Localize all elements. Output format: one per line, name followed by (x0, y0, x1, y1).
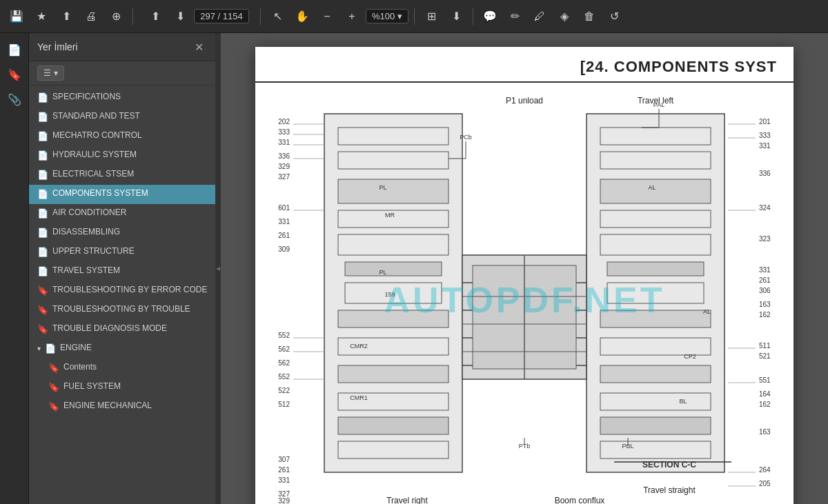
page-current: 297 (200, 11, 215, 21)
pdf-viewer[interactable]: [24. COMPONENTS SYST AUTOPDF.NET P1 unlo… (221, 33, 828, 504)
cursor-tool-button[interactable]: ↖ (266, 6, 288, 28)
svg-text:PCb: PCb (460, 134, 472, 141)
undo-button[interactable]: ↺ (603, 6, 625, 28)
sidebar-menu-button[interactable]: ☰ ▾ (37, 65, 64, 81)
svg-text:331: 331 (278, 476, 290, 484)
comment-button[interactable]: 💬 (479, 6, 501, 28)
svg-text:329: 329 (278, 497, 290, 504)
svg-text:261: 261 (759, 276, 771, 284)
page-icon: 📄 (45, 343, 56, 354)
zoom-in-button[interactable]: + (341, 6, 363, 28)
svg-text:333: 333 (278, 128, 290, 136)
sidebar-item-label: SPECIFICATIONS (52, 92, 121, 103)
upload-button[interactable]: ⬆ (55, 6, 77, 28)
pdf-page-header: [24. COMPONENTS SYST (255, 47, 793, 83)
sidebar-item-troubleshooting-error[interactable]: 🔖 TROUBLESHOOTING BY ERROR CODE (29, 281, 215, 301)
sidebar-item-troubleshooting-trouble[interactable]: 🔖 TROUBLESHOOTING BY TROUBLE (29, 301, 215, 320)
stamp-button[interactable]: ◈ (553, 6, 575, 28)
svg-text:CMR1: CMR1 (350, 394, 368, 401)
svg-text:511: 511 (759, 342, 771, 350)
highlight-button[interactable]: 🖊 (529, 6, 551, 28)
fit-page-button[interactable]: ⊞ (420, 6, 442, 28)
svg-text:AL: AL (703, 308, 711, 315)
zoom-indicator[interactable]: %100 ▾ (366, 9, 408, 23)
sidebar-header: Yer İmleri ✕ (29, 33, 215, 61)
svg-text:BL: BL (679, 398, 687, 405)
svg-text:Travel right: Travel right (386, 496, 428, 504)
separator-2 (260, 8, 261, 25)
svg-text:163: 163 (759, 301, 771, 308)
svg-text:261: 261 (278, 466, 290, 474)
bookmark-icon: 🔖 (48, 382, 59, 393)
svg-text:331: 331 (759, 266, 771, 274)
svg-text:SECTION C-C: SECTION C-C (642, 460, 696, 470)
svg-rect-45 (338, 310, 448, 327)
pen-button[interactable]: ✏ (504, 6, 526, 28)
svg-rect-72 (600, 417, 711, 434)
svg-text:Travel straight: Travel straight (643, 485, 696, 495)
sidebar-item-standard-test[interactable]: 📄 STANDARD AND TEST (29, 108, 215, 127)
bookmarks-list: 📄 SPECIFICATIONS 📄 STANDARD AND TEST 📄 M… (29, 85, 215, 504)
page-icon: 📄 (37, 189, 48, 200)
sidebar-menu-icon: ☰ (43, 68, 51, 78)
zoom-fit-button[interactable]: ⊕ (105, 6, 127, 28)
sidebar-toolbar: ☰ ▾ (29, 61, 215, 85)
sidebar-item-label: TROUBLESHOOTING BY TROUBLE (52, 304, 190, 315)
svg-text:163: 163 (759, 428, 771, 436)
svg-text:552: 552 (278, 332, 290, 339)
page-separator: / (218, 11, 223, 21)
page-icon: 📄 (37, 266, 48, 277)
sidebar-item-hydraulic[interactable]: 📄 HYDRAULIC SYSTEM (29, 146, 215, 165)
print-button[interactable]: 🖨 (80, 6, 102, 28)
sidebar-item-trouble-diagnosis[interactable]: 🔖 TROUBLE DIAGNOSIS MODE (29, 320, 215, 339)
zoom-out-button[interactable]: − (316, 6, 338, 28)
sidebar-item-travel-system[interactable]: 📄 TRAVEL SYSTEM (29, 262, 215, 281)
page-thumbnails-button[interactable]: 📄 (3, 39, 26, 61)
bookmarks-panel-button[interactable]: 🔖 (3, 63, 26, 85)
nav-up-button[interactable]: ⬆ (144, 6, 166, 28)
sidebar-item-air-conditioner[interactable]: 📄 AIR CONDITIONER (29, 204, 215, 223)
svg-text:PAL: PAL (653, 101, 664, 108)
nav-controls: ⬆ ⬇ 297 / 1154 (144, 6, 249, 28)
sidebar-item-label: FUEL SYSTEM (63, 381, 121, 392)
svg-text:PL: PL (379, 269, 386, 276)
sidebar-close-button[interactable]: ✕ (190, 39, 207, 55)
sidebar-item-mechatro[interactable]: 📄 MECHATRO CONTROL (29, 127, 215, 146)
left-icon-panel: 📄 🔖 📎 (0, 33, 29, 504)
sidebar-resize-handle[interactable] (215, 33, 221, 504)
page-icon: 📄 (37, 150, 48, 161)
zoom-value: %100 (372, 11, 395, 21)
sidebar-item-electrical[interactable]: 📄 ELECTRICAL STSEM (29, 165, 215, 185)
sidebar-item-label: Contents (63, 362, 97, 373)
bookmark-button[interactable]: ★ (30, 6, 52, 28)
sidebar-item-contents[interactable]: 🔖 Contents (29, 359, 215, 378)
svg-text:PL: PL (379, 184, 386, 191)
sidebar-item-components[interactable]: 📄 COMPONENTS SYSTEM (29, 185, 215, 204)
sidebar-item-upper-structure[interactable]: 📄 UPPER STRUCTURE (29, 243, 215, 262)
svg-text:307: 307 (278, 456, 290, 463)
collapse-icon: ▾ (37, 345, 41, 352)
sidebar-item-label: HYDRAULIC SYSTEM (52, 150, 137, 161)
page-icon: 📄 (37, 247, 48, 258)
svg-rect-63 (600, 179, 711, 203)
svg-text:162: 162 (759, 311, 771, 319)
svg-text:AL: AL (648, 184, 656, 191)
svg-text:512: 512 (278, 401, 290, 408)
save-button[interactable]: 💾 (6, 6, 28, 28)
pdf-page: [24. COMPONENTS SYST AUTOPDF.NET P1 unlo… (255, 47, 793, 504)
sidebar-item-engine[interactable]: ▾ 📄 ENGINE (29, 339, 215, 359)
sidebar-item-specifications[interactable]: 📄 SPECIFICATIONS (29, 88, 215, 108)
page-icon: 📄 (37, 92, 48, 103)
download-button[interactable]: ⬇ (445, 6, 467, 28)
sidebar-item-fuel-system[interactable]: 🔖 FUEL SYSTEM (29, 378, 215, 397)
technical-diagram: P1 unload Travel left 202 333 331 336 32… (269, 90, 780, 504)
attachments-panel-button[interactable]: 📎 (3, 88, 26, 110)
sidebar-item-disassembling[interactable]: 📄 DISASSEMBLING (29, 223, 215, 243)
delete-button[interactable]: 🗑 (578, 6, 600, 28)
svg-text:Boom conflux: Boom conflux (555, 496, 605, 504)
svg-text:CMR2: CMR2 (350, 343, 368, 350)
hand-tool-button[interactable]: ✋ (291, 6, 313, 28)
nav-down-button[interactable]: ⬇ (169, 6, 191, 28)
sidebar-item-engine-mechanical[interactable]: 🔖 ENGINE MECHANICAL (29, 397, 215, 416)
page-indicator[interactable]: 297 / 1154 (194, 9, 249, 23)
